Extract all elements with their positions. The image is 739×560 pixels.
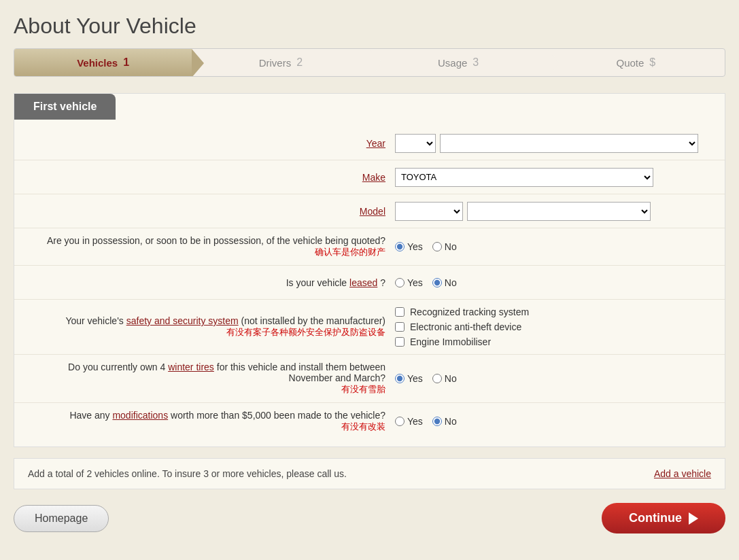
page-title: About Your Vehicle <box>14 14 725 39</box>
possession-label: Are you in possession, or soon to be in … <box>28 235 395 258</box>
possession-yes-label[interactable]: Yes <box>395 241 423 252</box>
make-controls: TOYOTA <box>395 168 711 187</box>
modifications-radio-group: Yes No <box>395 416 457 427</box>
make-select[interactable]: TOYOTA <box>395 168 653 187</box>
year-link[interactable]: Year <box>366 138 385 149</box>
model-controls <box>395 202 711 221</box>
security-option-1-text: Recognized tracking system <box>410 307 529 317</box>
security-checkbox-3[interactable] <box>395 337 405 347</box>
homepage-button[interactable]: Homepage <box>14 505 109 532</box>
progress-step-quote[interactable]: Quote $ <box>547 49 725 76</box>
winter-no-radio[interactable] <box>432 374 442 383</box>
progress-step-num: 2 <box>296 56 303 69</box>
possession-no-text: No <box>445 241 457 252</box>
winter-no-text: No <box>445 373 457 384</box>
model-link[interactable]: Model <box>360 206 385 217</box>
possession-radio-group: Yes No <box>395 241 457 252</box>
modifications-link[interactable]: modifications <box>112 410 168 421</box>
security-label: Your vehicle's safety and security syste… <box>28 315 395 338</box>
modifications-controls: Yes No <box>395 416 711 427</box>
possession-no-radio[interactable] <box>432 242 442 251</box>
make-link[interactable]: Make <box>362 172 385 183</box>
possession-chinese: 确认车是你的财产 <box>315 247 385 257</box>
security-controls: Recognized tracking system Electronic an… <box>395 307 711 347</box>
progress-arrow <box>547 49 560 77</box>
winter-label: Do you currently own 4 winter tires for … <box>28 362 395 396</box>
possession-row: Are you in possession, or soon to be in … <box>14 228 725 266</box>
progress-arrow <box>192 49 204 77</box>
winter-yes-text: Yes <box>407 373 423 384</box>
progress-step-label: Quote <box>616 57 644 69</box>
winter-link[interactable]: winter tires <box>168 362 214 372</box>
possession-controls: Yes No <box>395 241 711 252</box>
winter-row: Do you currently own 4 winter tires for … <box>14 355 725 403</box>
info-bar: Add a total of 2 vehicles online. To ins… <box>14 458 725 489</box>
vehicle-tab-label: First vehicle <box>14 94 116 120</box>
leased-no-radio[interactable] <box>432 278 442 287</box>
vehicle-form: First vehicle Year Make TOYO <box>14 93 725 447</box>
model-row: Model <box>14 194 725 228</box>
leased-yes-radio[interactable] <box>395 278 405 287</box>
leased-radio-group: Yes No <box>395 277 457 288</box>
progress-arrow <box>370 49 382 77</box>
modifications-yes-label[interactable]: Yes <box>395 416 423 427</box>
modifications-chinese: 有没有改装 <box>341 421 385 432</box>
security-link[interactable]: safety and security system <box>126 315 239 326</box>
add-vehicle-link[interactable]: Add a vehicle <box>654 468 711 479</box>
progress-step-num: 1 <box>123 56 129 69</box>
continue-button[interactable]: Continue <box>602 503 725 533</box>
year-row: Year <box>14 126 725 160</box>
model-select-main[interactable] <box>467 202 651 221</box>
winter-no-label[interactable]: No <box>432 373 457 384</box>
security-option-1[interactable]: Recognized tracking system <box>395 307 529 317</box>
model-label: Model <box>28 206 395 217</box>
modifications-no-label[interactable]: No <box>432 416 457 427</box>
winter-yes-radio[interactable] <box>395 374 405 383</box>
modifications-no-radio[interactable] <box>432 417 442 426</box>
possession-yes-text: Yes <box>407 241 423 252</box>
progress-step-label: Usage <box>438 57 467 69</box>
security-checkbox-2[interactable] <box>395 322 405 332</box>
progress-bar: Vehicles 1 Drivers 2 Usage 3 Quote $ <box>14 48 725 77</box>
winter-yes-label[interactable]: Yes <box>395 373 423 384</box>
leased-yes-label[interactable]: Yes <box>395 277 423 288</box>
possession-yes-radio[interactable] <box>395 242 405 251</box>
continue-arrow-icon <box>689 512 698 525</box>
leased-yes-text: Yes <box>407 277 423 288</box>
leased-link[interactable]: leased <box>349 277 377 288</box>
progress-step-label: Drivers <box>259 57 292 69</box>
security-checkbox-1[interactable] <box>395 307 405 317</box>
leased-no-label[interactable]: No <box>432 277 457 288</box>
make-row: Make TOYOTA <box>14 160 725 194</box>
security-option-2[interactable]: Electronic anti-theft device <box>395 321 529 332</box>
year-controls <box>395 134 711 153</box>
modifications-no-text: No <box>445 416 457 427</box>
continue-label: Continue <box>629 511 682 525</box>
year-select-main[interactable] <box>440 134 698 153</box>
model-select-small[interactable] <box>395 202 463 221</box>
year-select-small[interactable] <box>395 134 436 153</box>
security-row: Your vehicle's safety and security syste… <box>14 300 725 355</box>
security-option-2-text: Electronic anti-theft device <box>410 321 521 332</box>
footer-buttons: Homepage Continue <box>14 503 725 533</box>
winter-controls: Yes No <box>395 373 711 384</box>
progress-step-usage[interactable]: Usage 3 <box>370 49 547 76</box>
leased-no-text: No <box>445 277 457 288</box>
year-label: Year <box>28 138 395 149</box>
winter-radio-group: Yes No <box>395 373 457 384</box>
winter-chinese: 有没有雪胎 <box>341 384 385 394</box>
security-option-3[interactable]: Engine Immobiliser <box>395 336 529 347</box>
progress-step-vehicles[interactable]: Vehicles 1 <box>14 49 192 76</box>
security-chinese: 有没有案子各种额外安全保护及防盗设备 <box>226 327 385 337</box>
possession-no-label[interactable]: No <box>432 241 457 252</box>
progress-step-num: 3 <box>472 56 479 69</box>
progress-step-drivers[interactable]: Drivers 2 <box>192 49 369 76</box>
leased-label: Is your vehicle leased ? <box>28 277 395 288</box>
progress-step-label: Vehicles <box>77 57 118 69</box>
leased-row: Is your vehicle leased ? Yes No <box>14 266 725 300</box>
form-body: Year Make TOYOTA <box>14 120 725 447</box>
info-bar-text: Add a total of 2 vehicles online. To ins… <box>28 468 347 479</box>
modifications-yes-radio[interactable] <box>395 417 405 426</box>
make-label: Make <box>28 172 395 183</box>
modifications-yes-text: Yes <box>407 416 423 427</box>
